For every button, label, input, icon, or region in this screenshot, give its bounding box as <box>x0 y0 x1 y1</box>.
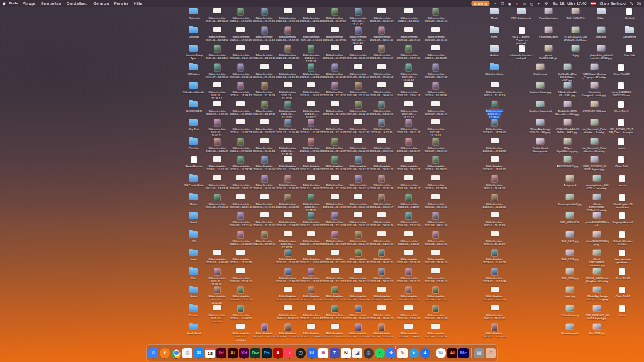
desktop-icon-screenshot[interactable]: Bildschirmfoto2020-01…9.30.44 <box>205 250 229 255</box>
desktop-icon-img[interactable]: iStock-1382095862-2119x1414.webp <box>585 194 609 200</box>
desktop-icon-kk[interactable]: KK <box>182 231 206 238</box>
desktop-icon-screenshot[interactable]: Bildschirmfoto2021-01…11.04.27 <box>299 119 323 126</box>
desktop-icon-screenshot[interactable]: Bildschirmfoto2021-02…0.56.03 <box>299 27 323 32</box>
desktop-icon-img[interactable]: logo.png <box>589 27 613 33</box>
desktop-icon-screenshot[interactable]: Bildschirmfoto2021-03…10.42.23 <box>346 156 370 163</box>
desktop-icon-screenshot[interactable]: Bildschirmfoto2023-03…16.13.08 <box>482 268 506 275</box>
desktop-icon-screenshot[interactable]: Bildschirmfoto2020-05…17.28.04 <box>252 231 276 238</box>
desktop-icon-screenshot[interactable]: Bildschirmfoto2021-03…11.38.08 <box>346 45 370 50</box>
desktop-icon-folder2[interactable]: Musik <box>482 8 506 14</box>
desktop-icon-img[interactable]: 220px-SigulWiki.svg.png <box>555 138 579 144</box>
desktop-icon-screenshot[interactable]: Bildschirmfoto2020-0…16.23.28 <box>229 156 253 163</box>
desktop-icon-img[interactable]: depositphotos_4634323-s…nl.webp <box>585 175 609 181</box>
desktop-icon-folder2[interactable]: Dokumente <box>618 27 641 33</box>
desktop-icon-screenshot[interactable]: Bildschirmfoto2021-06…9.52.49 <box>370 119 394 126</box>
desktop-icon-screenshot[interactable]: Bildschirmfoto2021-03…11.27.04 <box>346 82 370 89</box>
desktop-icon-screenshot[interactable]: Bildschirmfoto2021-03…22.17.01 <box>323 82 347 89</box>
desktop-icon-screenshot[interactable]: Bildschirmfoto2019-11-…11.01.42 <box>229 324 253 329</box>
desktop-icon-screenshot[interactable]: Bildschirmfoto2020-0…15.41.44 <box>252 138 276 143</box>
desktop-icon-screenshot[interactable]: Bildschirmfoto2020-12…13.00.51 <box>299 175 323 180</box>
desktop-icon-screenshot[interactable]: Bildschirmfoto2020-10-…17.37.18 <box>275 231 299 236</box>
desktop-icon-img[interactable]: IMG_9256.jpg <box>558 268 582 274</box>
dock-xd-icon[interactable]: Xd <box>239 348 249 358</box>
menu-gehe-zu[interactable]: Gehe zu <box>93 1 109 6</box>
desktop-icon-old-firefox-data[interactable]: Old Firefox Data <box>182 175 206 182</box>
desktop-icon-screenshot[interactable]: Bildschirmfoto2021-04…16.23.52 <box>370 268 394 275</box>
desktop-icon-screenshot[interactable]: Bildschirmfoto2020-10…13.03.10 <box>275 212 299 217</box>
desktop-icon-screenshot[interactable]: Bildschirmfoto2019-11…10.54.52 <box>205 27 229 32</box>
dock-notion-icon[interactable]: N <box>341 348 351 358</box>
desktop-icon-screenshot[interactable]: Bildschirmfoto2021-06…13.15.31 <box>397 268 421 275</box>
desktop-icon-screenshot[interactable]: Bildschirmfoto2020-03…16.41.36 <box>229 45 253 50</box>
desktop-icon-screenshot[interactable]: Bildschirmfoto2022-0…16.13.01 <box>424 156 448 163</box>
desktop-icon-screenshot[interactable]: Bildschirmfoto2022-03…12.28.13 <box>424 268 448 273</box>
desktop-icon-img[interactable]: e717f51022c072x32f660d3…8x91.jpg <box>564 27 587 33</box>
dock-dreamweaver-icon[interactable]: Dw <box>250 348 260 358</box>
dock-downloads-icon[interactable]: ▤ <box>474 348 484 358</box>
desktop-icon-screenshot[interactable]: Bildschirmfoto2021-06…16.59.29 <box>370 212 394 217</box>
desktop-icon-garnett-sharp-type[interactable]: Garnett-Sharp Type <box>182 45 206 52</box>
dock-finder-icon[interactable]: ☺ <box>148 348 158 358</box>
paw-icon[interactable]: ⁕ <box>494 2 497 6</box>
desktop-icon-screenshot[interactable]: Bildschirmfoto2021-03…22.12.26 <box>323 231 347 238</box>
desktop-icon-screenshot[interactable]: Bildschirmfoto2020-12-…11.14.16 <box>299 194 323 201</box>
desktop-icon-screenshot[interactable]: Bildschirmfoto2022-03…16.13.51 <box>424 287 448 293</box>
desktop-icon-inspo[interactable]: Inspo <box>182 250 206 256</box>
dock-illustrator-2-icon[interactable]: Ai <box>447 348 457 358</box>
desktop-icon-screenshot[interactable]: Bildschirmfoto2023-02…17.02.35 <box>482 156 506 162</box>
desktop-icon-screenshot[interactable]: Bildschirmfoto2021-03…10.42.43 <box>346 101 370 108</box>
desktop-icon-screenshot[interactable]: Bildschirmfoto2021-03…22.12.53 <box>323 194 347 199</box>
dock-acrobat-icon[interactable]: A <box>273 348 283 358</box>
control-center-icon[interactable] <box>637 2 641 5</box>
desktop-icon-volln-hrstoffamilie[interactable]: Vollnährstoffamilie <box>182 82 206 89</box>
menu-ablage[interactable]: Ablage <box>23 1 36 6</box>
desktop-icon-screenshot[interactable]: Bildschirmfoto2022-04…16.41.04 <box>424 231 448 238</box>
desktop-icon-screenshot[interactable]: Bildschirmfoto2021-01…16.21.09 <box>299 64 323 71</box>
desktop-icon-screenshot[interactable]: Bildschirmfoto2021-03…22.16.29 <box>323 156 347 163</box>
desktop-icon-img[interactable]: Essensprotokoll.jpg <box>558 194 582 200</box>
desktop-icon-img[interactable]: Neu 1147.jpg <box>585 324 609 329</box>
desktop-icon-screenshot[interactable]: Bildschirmfoto2018-0…11.52.03 <box>205 156 229 162</box>
desktop-icon-screenshot[interactable]: Bildschirmfoto2020-0…16.22.26 <box>252 8 276 15</box>
desktop-icon-screenshot[interactable]: Bildschirmfoto2021-03…22.12.01 <box>323 287 347 293</box>
dock-illustrator-icon[interactable]: Ai <box>228 348 238 358</box>
record-icon[interactable]: ◉ <box>508 2 511 6</box>
desktop-icon-doc[interactable]: notes <box>609 138 633 145</box>
desktop-icon-screenshot[interactable]: Bildschirmfoto2020-05…11.06.30 <box>229 268 253 273</box>
desktop-icon-img[interactable]: IMG_0759.JPG <box>558 212 582 218</box>
desktop-icon-screenshot[interactable]: Bildschirmfoto2021-06…13.13.57 <box>397 287 421 293</box>
location-icon[interactable]: ➤ <box>537 2 540 6</box>
desktop-icon-screenshot[interactable]: Bildschirmfoto2020-0…22.30.56 <box>229 138 253 145</box>
desktop-icon-screenshot[interactable]: Bildschirmfoto2021-04…16.45.25 <box>370 250 394 256</box>
desktop-icon-screenshot[interactable]: Bildschirmfoto2021-06…15.39.36 <box>397 250 421 255</box>
desktop-icon-screenshot[interactable]: Bildschirmfoto2020-10…13.03.53 <box>275 194 299 201</box>
desktop-icon-screenshot[interactable]: Bildschirmfoto2020-09…21.30.10 <box>252 45 276 50</box>
window-icon[interactable]: ❒ <box>501 2 504 6</box>
desktop-icon-img[interactable]: 220511_MAXXsash_Periphe…00.webp <box>585 268 609 274</box>
desktop-icon-screenshot[interactable]: Bildschirmfoto2021-02…14.06.26 <box>299 8 323 13</box>
desktop-icon-screenshot[interactable]: Bildschirmfoto2020-11…13.30.02 <box>299 324 323 329</box>
desktop-icon-screenshot[interactable]: Bildschirmfoto2021-09…13.07.54 <box>397 156 421 162</box>
desktop-icon-screenshot[interactable]: Bildschirmfoto2023-0…16.45.22 <box>482 231 506 236</box>
desktop-icon-doc[interactable]: 9651_-_Buero_-_Praxis_-…pese.pdf <box>509 27 533 34</box>
desktop-icon-img[interactable]: 7d0a4cb3-ea4e-49…6361.jpg <box>555 82 579 88</box>
desktop-icon-screenshot[interactable]: Bildschirmfoto2021-03…10.40.53 <box>346 305 370 312</box>
desktop-icon-screenshot[interactable]: Bildschirmfoto2021-03…15.14.04 <box>346 324 370 331</box>
desktop-icon-screenshot[interactable]: Bildschirmfoto2021-03…22.12.56 <box>323 175 347 180</box>
desktop-icon-screenshot[interactable]: Bildschirmfoto2022-04…09.51.16 <box>424 212 448 219</box>
desktop-icon-screenshot[interactable]: Bildschirmfoto2020-11…20.48.06 <box>275 45 299 52</box>
desktop-icon-musik[interactable]: Musik <box>182 212 206 219</box>
desktop-icon-screenshot[interactable]: Bildschirmfoto2019-11-…11.06.16 <box>205 268 229 275</box>
desktop-icon-doc[interactable]: tyma_20221201-20221231.csv <box>609 82 633 89</box>
desktop-icon-doc[interactable]: MK_227029_HN_TTP_Clari… ki.pages <box>609 119 633 126</box>
desktop-icon-img[interactable]: Pastelpop1.png <box>536 8 560 14</box>
desktop-icon-screenshot[interactable]: Bildschirmfoto2020-0…15.22.05 <box>252 212 276 217</box>
desktop-icon-screenshot[interactable]: Bildschirmfoto2020-0…13.40.05 <box>229 231 253 238</box>
desktop-icon-img[interactable]: Pastelpop.psd <box>558 324 582 329</box>
desktop-icon-screenshot[interactable]: Bildschirmfoto2021-03…22.16.51 <box>323 101 347 106</box>
desktop-icon-screenshot[interactable]: Bildschirmfoto2020-04…12.31.16 <box>229 287 253 293</box>
desktop-icon-sky-text[interactable]: Sky Text <box>182 119 206 126</box>
desktop-icon-screenshot[interactable]: Bildschirmfoto2023-02…17.23.45 <box>482 119 506 126</box>
desktop-icon-screenshot[interactable]: Bildschirmfoto2020-08…16.15.57 <box>252 119 276 124</box>
desktop-icon-doc[interactable]: Ohne Titel <box>609 156 633 163</box>
